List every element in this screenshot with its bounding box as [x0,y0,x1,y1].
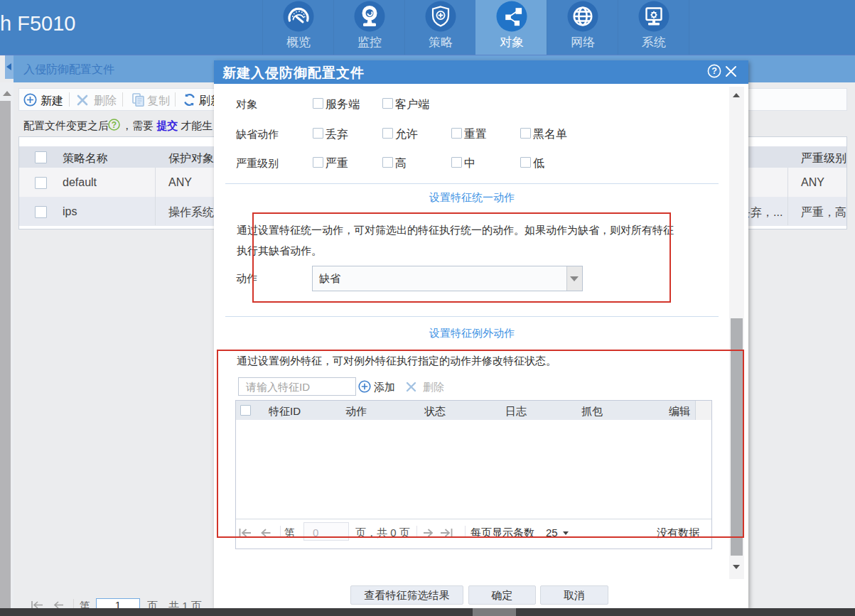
svg-text:?: ? [112,120,117,130]
svg-text:?: ? [711,66,717,76]
